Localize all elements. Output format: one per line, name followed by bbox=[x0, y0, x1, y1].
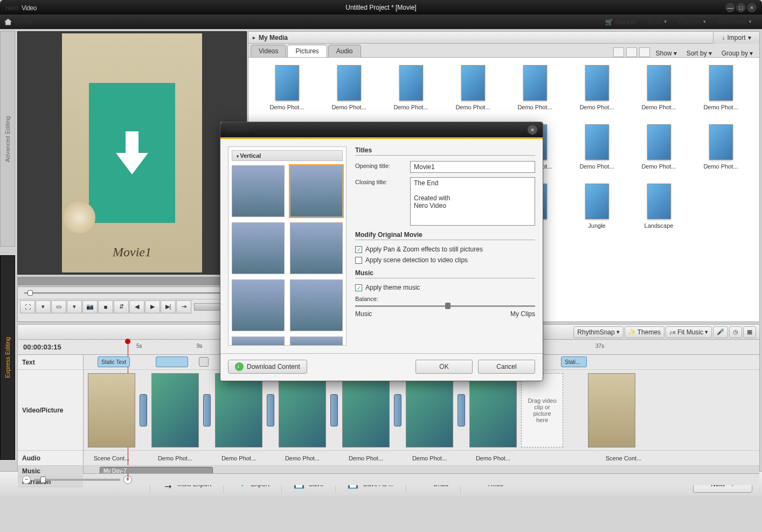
fit-music-button[interactable]: ♪≡ Fit Music▾ bbox=[666, 326, 712, 338]
apply-music-checkbox[interactable]: ✓ bbox=[355, 284, 362, 291]
show-dropdown[interactable]: Show ▾ bbox=[652, 50, 681, 57]
download-content-button[interactable]: Download Content bbox=[228, 360, 307, 374]
theme-thumb[interactable] bbox=[232, 337, 285, 346]
stop-button[interactable]: ■ bbox=[98, 300, 113, 313]
media-item[interactable]: Demo Phot... bbox=[570, 124, 624, 170]
transition[interactable] bbox=[394, 394, 401, 426]
media-item[interactable]: Landscape bbox=[632, 184, 686, 229]
music-clip[interactable]: My Day-7 bbox=[100, 467, 213, 473]
clip-label: Scene Cont... bbox=[600, 455, 647, 461]
timeline-clip[interactable] bbox=[588, 373, 635, 447]
transition[interactable] bbox=[203, 394, 211, 426]
opening-title-input[interactable] bbox=[410, 161, 535, 173]
express-editing-tab[interactable]: Express Editing bbox=[0, 255, 15, 460]
view-detail-button[interactable] bbox=[639, 47, 650, 57]
scene-detect-checkbox[interactable] bbox=[355, 257, 362, 264]
media-item[interactable]: Demo Phot... bbox=[632, 124, 686, 170]
panzoom-checkbox[interactable]: ✓ bbox=[355, 246, 362, 253]
theme-thumb[interactable] bbox=[232, 165, 285, 217]
groupby-dropdown[interactable]: Group by ▾ bbox=[717, 50, 757, 57]
clock-button[interactable]: ◷ bbox=[729, 326, 742, 338]
home-button[interactable]: Home bbox=[4, 18, 32, 26]
zoom-slider[interactable] bbox=[34, 479, 120, 481]
view-list-button[interactable] bbox=[626, 47, 637, 57]
media-item[interactable]: Demo Phot... bbox=[508, 65, 562, 110]
maximize-button[interactable]: □ bbox=[736, 3, 746, 12]
fit-button[interactable]: ▾ bbox=[36, 300, 51, 313]
timeline-clip[interactable] bbox=[469, 373, 517, 447]
import-button[interactable]: ↓ Import ▾ bbox=[713, 32, 759, 44]
media-heading[interactable]: My Media bbox=[248, 32, 759, 44]
music-heading: Music bbox=[355, 269, 535, 278]
minimize-button[interactable]: — bbox=[725, 3, 735, 12]
media-item[interactable]: Jungle bbox=[570, 184, 624, 229]
theme-thumb[interactable] bbox=[290, 222, 343, 274]
media-item[interactable]: Demo Phot... bbox=[694, 124, 748, 170]
apply-music-label: Apply theme music bbox=[365, 284, 420, 291]
transition[interactable] bbox=[330, 394, 338, 426]
videos-tab[interactable]: Videos bbox=[251, 45, 286, 57]
sortby-dropdown[interactable]: Sort by ▾ bbox=[682, 50, 716, 57]
pictures-tab[interactable]: Pictures bbox=[287, 45, 327, 57]
prev-frame-button[interactable]: ◀ bbox=[129, 300, 144, 313]
timeline-clip[interactable] bbox=[342, 373, 390, 447]
market-button[interactable]: 🛒 Market bbox=[600, 15, 641, 29]
drop-zone[interactable]: Drag video clip or picture here bbox=[521, 373, 563, 447]
text-effect-icon[interactable] bbox=[199, 357, 209, 367]
aspect-button[interactable]: ▭ bbox=[51, 300, 66, 313]
cancel-button[interactable]: Cancel bbox=[478, 360, 535, 374]
text-clip[interactable]: Stati... bbox=[561, 356, 587, 367]
media-item[interactable]: Demo Phot... bbox=[632, 65, 686, 110]
zoom-out-button[interactable]: − bbox=[22, 475, 31, 484]
media-label: Landscape bbox=[635, 222, 683, 229]
preview-seek-slider[interactable] bbox=[24, 292, 240, 294]
ok-button[interactable]: OK bbox=[415, 360, 473, 374]
timeline-clip[interactable] bbox=[279, 373, 326, 447]
media-item[interactable]: Demo Phot... bbox=[446, 65, 500, 110]
closing-title-input[interactable] bbox=[410, 177, 535, 226]
play-button[interactable]: ▶ bbox=[145, 300, 160, 313]
knowhow-menu[interactable]: KnowHow▼ bbox=[712, 15, 758, 29]
close-button[interactable]: × bbox=[747, 3, 757, 12]
themes-button[interactable]: ✨ Themes bbox=[625, 326, 664, 338]
audio-tab[interactable]: Audio bbox=[328, 45, 361, 57]
options-menu[interactable]: Options▼ bbox=[673, 15, 712, 29]
media-label: Demo Phot... bbox=[449, 104, 497, 110]
timeline-clip[interactable] bbox=[151, 373, 199, 447]
theme-thumb[interactable] bbox=[290, 165, 343, 217]
next-frame-button[interactable]: ▶| bbox=[161, 300, 176, 313]
timeline-clip[interactable] bbox=[215, 373, 262, 447]
text-clip[interactable] bbox=[156, 356, 188, 367]
media-item[interactable]: Demo Phot... bbox=[260, 65, 314, 110]
text-clip[interactable]: Static Text bbox=[98, 356, 130, 367]
theme-thumb[interactable] bbox=[290, 337, 343, 346]
end-button[interactable]: ⇥ bbox=[176, 300, 191, 313]
preview-scrollbar[interactable] bbox=[17, 277, 247, 285]
tools-menu[interactable]: Tools▼ bbox=[641, 15, 673, 29]
themes-list[interactable]: Vertical bbox=[228, 146, 347, 346]
theme-category[interactable]: Vertical bbox=[232, 150, 343, 161]
view-grid-button[interactable] bbox=[613, 47, 624, 57]
settings-button[interactable]: ▦ bbox=[743, 326, 756, 338]
timeline-clip[interactable] bbox=[88, 373, 135, 447]
snapshot-button[interactable]: 📷 bbox=[82, 300, 98, 313]
theme-thumb[interactable] bbox=[290, 279, 343, 331]
transition[interactable] bbox=[458, 394, 465, 426]
fullscreen-button[interactable]: ⛶ bbox=[20, 300, 35, 313]
balance-slider[interactable] bbox=[355, 305, 535, 307]
timeline-clip[interactable] bbox=[406, 373, 453, 447]
transition[interactable] bbox=[267, 394, 274, 426]
media-item[interactable]: Demo Phot... bbox=[570, 65, 624, 110]
loop-button[interactable]: ⇵ bbox=[114, 300, 129, 313]
advanced-editing-tab[interactable]: Advanced Editing bbox=[0, 31, 15, 247]
rhythm-snap-button[interactable]: RhythmSnap▾ bbox=[573, 326, 623, 338]
media-item[interactable]: Demo Phot... bbox=[322, 65, 376, 110]
media-item[interactable]: Demo Phot... bbox=[694, 65, 748, 110]
theme-thumb[interactable] bbox=[232, 222, 285, 274]
mic-button[interactable]: 🎤 bbox=[713, 326, 728, 338]
transition[interactable] bbox=[140, 394, 147, 426]
dialog-close-button[interactable]: × bbox=[528, 125, 537, 135]
layout-button[interactable]: ▾ bbox=[67, 300, 82, 313]
media-item[interactable]: Demo Phot... bbox=[384, 65, 438, 110]
theme-thumb[interactable] bbox=[232, 279, 285, 331]
